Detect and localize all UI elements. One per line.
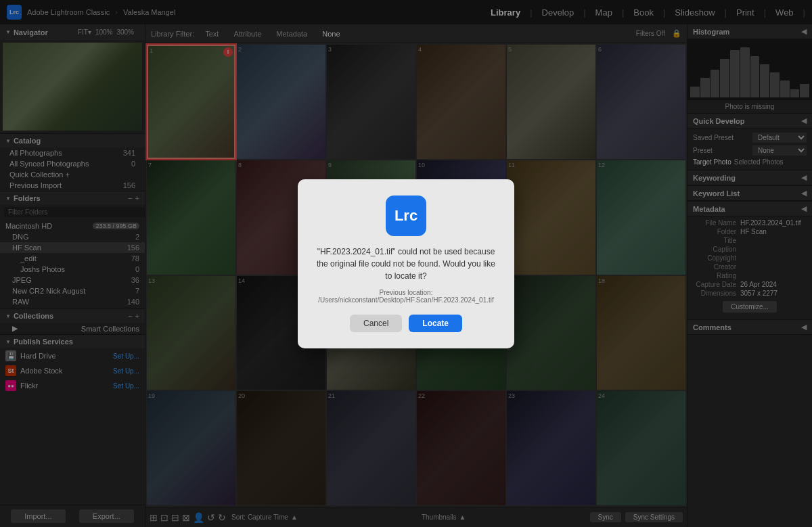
dialog-app-icon: Lrc [386, 196, 426, 236]
dialog-buttons: Cancel Locate [350, 315, 462, 332]
dialog-cancel-button[interactable]: Cancel [350, 315, 402, 332]
dialog-previous-location: Previous location: /Users/nickconstant/D… [314, 289, 498, 304]
dialog-overlay: Lrc "HF.2023.2024_01.tif" could not be u… [0, 0, 812, 527]
dialog-locate-button[interactable]: Locate [409, 315, 462, 332]
dialog-message: "HF.2023.2024_01.tif" could not be used … [314, 246, 498, 282]
missing-file-dialog: Lrc "HF.2023.2024_01.tif" could not be u… [298, 179, 514, 348]
dialog-icon-text: Lrc [394, 207, 418, 225]
